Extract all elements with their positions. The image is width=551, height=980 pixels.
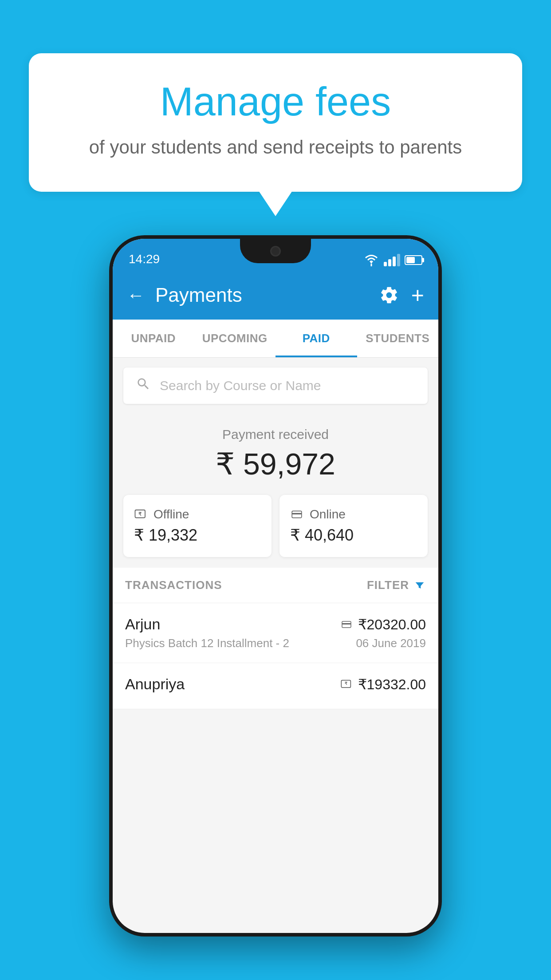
- battery-fill: [406, 257, 415, 263]
- tab-unpaid[interactable]: UNPAID: [113, 320, 194, 357]
- svg-text:₹: ₹: [344, 681, 347, 686]
- speech-bubble-container: Manage fees of your students and send re…: [29, 53, 522, 192]
- header-right: +: [379, 282, 424, 308]
- svg-text:₹: ₹: [138, 511, 142, 517]
- transactions-label: TRANSACTIONS: [125, 578, 222, 592]
- payment-cards: ₹ Offline ₹ 19,332 Online ₹ 40,640: [113, 490, 438, 568]
- payment-received-section: Payment received ₹ 59,972: [113, 414, 438, 490]
- transaction-course: Physics Batch 12 Installment - 2: [125, 636, 289, 650]
- transaction-name: Arjun: [125, 616, 160, 633]
- transaction-amount-container: ₹20320.00: [339, 616, 426, 633]
- transaction-row[interactable]: Arjun ₹20320.00 Physics Batch 12 Install…: [113, 603, 438, 663]
- online-label: Online: [310, 507, 346, 522]
- header-left: ← Payments: [127, 284, 242, 306]
- filter-container[interactable]: FILTER: [367, 578, 426, 592]
- transactions-header: TRANSACTIONS FILTER: [113, 568, 438, 603]
- camera: [270, 246, 281, 257]
- card-icon: [290, 509, 303, 520]
- search-container: Search by Course or Name: [113, 358, 438, 414]
- tab-paid[interactable]: PAID: [276, 320, 357, 357]
- svg-rect-5: [342, 623, 351, 624]
- filter-icon: [413, 579, 426, 592]
- back-button[interactable]: ←: [127, 286, 145, 304]
- search-input[interactable]: Search by Course or Name: [160, 378, 321, 393]
- phone-container: 14:29: [109, 235, 442, 937]
- search-box[interactable]: Search by Course or Name: [123, 368, 428, 404]
- payment-received-amount: ₹ 59,972: [123, 447, 428, 482]
- add-button[interactable]: +: [411, 282, 424, 308]
- transaction-amount: ₹19332.00: [358, 676, 426, 693]
- speech-bubble-subtitle: of your students and send receipts to pa…: [64, 134, 487, 161]
- status-time: 14:29: [129, 252, 160, 266]
- battery-icon: [405, 255, 422, 265]
- transaction-top: Anupriya ₹ ₹19332.00: [125, 676, 426, 693]
- tab-upcoming[interactable]: UPCOMING: [194, 320, 276, 357]
- offline-label: Offline: [153, 507, 189, 522]
- offline-card-header: ₹ Offline: [134, 507, 261, 522]
- transaction-name: Anupriya: [125, 676, 185, 693]
- tabs-container: UNPAID UPCOMING PAID STUDENTS: [113, 320, 438, 358]
- transaction-amount-container: ₹ ₹19332.00: [339, 676, 426, 693]
- app-header: ← Payments +: [113, 271, 438, 320]
- online-amount: ₹ 40,640: [290, 526, 417, 545]
- search-icon: [136, 376, 151, 395]
- phone-notch: [240, 239, 311, 263]
- wifi-icon: [363, 254, 379, 266]
- online-payment-card: Online ₹ 40,640: [279, 495, 428, 557]
- status-icons: [363, 254, 422, 266]
- payment-received-label: Payment received: [123, 427, 428, 442]
- card-payment-icon: [339, 619, 354, 630]
- online-card-header: Online: [290, 507, 417, 522]
- phone-frame: 14:29: [109, 235, 442, 937]
- speech-bubble-title: Manage fees: [64, 80, 487, 124]
- page-title: Payments: [155, 284, 242, 306]
- tab-students[interactable]: STUDENTS: [357, 320, 439, 357]
- rupee-payment-icon: ₹: [339, 678, 354, 691]
- svg-rect-3: [292, 513, 302, 514]
- phone-screen: 14:29: [113, 239, 438, 933]
- transaction-bottom: Physics Batch 12 Installment - 2 06 June…: [125, 636, 426, 650]
- transaction-top: Arjun ₹20320.00: [125, 616, 426, 633]
- transaction-row[interactable]: Anupriya ₹ ₹19332.00: [113, 663, 438, 709]
- offline-payment-card: ₹ Offline ₹ 19,332: [123, 495, 272, 557]
- speech-bubble: Manage fees of your students and send re…: [29, 53, 522, 192]
- filter-label: FILTER: [367, 578, 409, 592]
- gear-icon[interactable]: [379, 285, 399, 305]
- offline-amount: ₹ 19,332: [134, 526, 261, 545]
- signal-icon: [384, 254, 400, 266]
- transaction-amount: ₹20320.00: [358, 616, 426, 633]
- rupee-box-icon: ₹: [134, 508, 147, 521]
- transaction-date: 06 June 2019: [356, 636, 426, 650]
